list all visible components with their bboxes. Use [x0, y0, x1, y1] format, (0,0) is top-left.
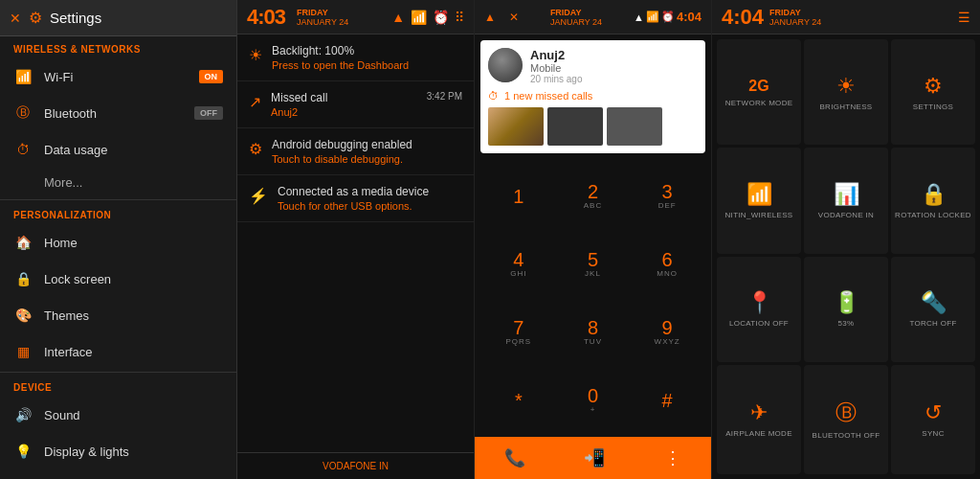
- brightness-label: BRIGHTNESS: [819, 103, 872, 111]
- notif-missed-time: 3:42 PM: [427, 91, 462, 102]
- clock-icon: ⏰: [433, 10, 449, 25]
- dialer-key-9[interactable]: 9 WXYZ: [631, 299, 703, 365]
- themes-label: Themes: [44, 308, 223, 323]
- device-section-header: DEVICE: [0, 375, 236, 397]
- wifi-toggle[interactable]: ON: [199, 70, 224, 83]
- quick-tile-airplane[interactable]: ✈ AIRPLANE MODE: [717, 365, 801, 474]
- quick-tile-network[interactable]: 2G NETWORK MODE: [717, 39, 801, 145]
- sidebar-item-wifi[interactable]: 📶 Wi-Fi ON: [0, 58, 236, 95]
- signal-icon: ▲: [391, 10, 405, 25]
- quick-tile-location[interactable]: 📍 LOCATION OFF: [717, 257, 801, 362]
- sidebar-item-display[interactable]: 💡 Display & lights: [0, 433, 236, 469]
- quick-tile-wifi[interactable]: 📶 NITIN_WIRELESS: [717, 148, 801, 253]
- sidebar-item-bluetooth[interactable]: Ⓑ Bluetooth OFF: [0, 95, 236, 131]
- torch-label: TORCH OFF: [909, 319, 956, 328]
- photo-darker: [607, 107, 662, 146]
- battery-label: 53%: [838, 319, 855, 328]
- quick-date-block: FRIDAY JANUARY 24: [769, 8, 821, 27]
- sidebar-item-interface[interactable]: ▦ Interface: [0, 333, 236, 370]
- quick-date: JANUARY 24: [769, 17, 821, 27]
- phone-close-icon[interactable]: ✕: [509, 11, 519, 24]
- notif-backlight-title: Backlight: 100%: [272, 44, 462, 57]
- usb-icon: ⚡: [249, 187, 268, 205]
- bt-tile-icon: Ⓑ: [835, 399, 857, 427]
- dialer-key-7[interactable]: 7 PQRS: [482, 299, 555, 365]
- settings-gear-icon: ⚙: [29, 9, 42, 27]
- notif-debug-subtitle: Touch to disable debugging.: [272, 153, 462, 165]
- wifi-tile-label: NITIN_WIRELESS: [725, 211, 793, 219]
- sidebar-item-themes[interactable]: 🎨 Themes: [0, 297, 236, 333]
- voicemail-icon[interactable]: 📞: [504, 447, 525, 468]
- notif-usb-subtitle: Touch for other USB options.: [278, 200, 462, 212]
- notifications-panel: 4:03 FRIDAY JANUARY 24 ▲ 📶 ⏰ ⠿ ☀ Backlig…: [237, 0, 475, 479]
- notif-usb-title: Connected as a media device: [278, 185, 462, 198]
- quick-tile-sync[interactable]: ↺ SYNC: [891, 365, 975, 474]
- bluetooth-icon: Ⓑ: [13, 103, 33, 123]
- dialer-key-4[interactable]: 4 GHI: [482, 231, 555, 297]
- section-divider: [0, 199, 236, 200]
- quick-tile-rotation[interactable]: 🔒 ROTATION LOCKED: [891, 148, 975, 253]
- phone-clock-icon: ⏰: [661, 11, 675, 23]
- grid-icon: ⠿: [455, 10, 464, 25]
- quick-day: FRIDAY: [769, 8, 821, 17]
- rotation-icon: 🔒: [921, 182, 947, 207]
- phone-panel: ▲ ✕ FRIDAY JANUARY 24 ▲ 📶 ⏰ 4:04 Anuj2 M…: [475, 0, 712, 479]
- mobile-data-label: VODAFONE IN: [818, 211, 874, 219]
- call-icon[interactable]: 📲: [584, 447, 605, 468]
- dialer-grid: 1 2 ABC 3 DEF 4 GHI 5 JKL 6 MNO 7 PQRS 8: [475, 159, 711, 437]
- phone-signal-icon: ▲: [634, 11, 644, 23]
- notif-item-missed-call[interactable]: ↗ Missed call Anuj2 3:42 PM: [237, 81, 474, 128]
- rotation-label: ROTATION LOCKED: [895, 211, 971, 219]
- notif-missed-name: Anuj2: [271, 106, 417, 118]
- sound-icon: 🔊: [13, 405, 33, 424]
- interface-label: Interface: [44, 345, 223, 359]
- lock-icon: 🔒: [13, 269, 33, 288]
- sidebar-item-sound[interactable]: 🔊 Sound: [0, 397, 236, 433]
- dialer-action-bar: 📞 📲 ⋮: [475, 437, 711, 479]
- wifi-tile-icon: 📶: [746, 182, 772, 207]
- quick-tile-bluetooth[interactable]: Ⓑ BLUETOOTH OFF: [804, 365, 888, 474]
- notif-debug-title: Android debugging enabled: [272, 138, 462, 151]
- dialer-key-0[interactable]: 0 +: [557, 367, 630, 433]
- wifi-icon: 📶: [13, 67, 33, 86]
- network-mode-label: NETWORK MODE: [725, 99, 793, 107]
- dialer-key-8[interactable]: 8 TUV: [557, 299, 630, 365]
- quick-tile-settings[interactable]: ⚙ SETTINGS: [891, 39, 975, 145]
- dialer-key-6[interactable]: 6 MNO: [631, 231, 703, 297]
- dialer-key-1[interactable]: 1: [482, 163, 555, 229]
- sidebar-item-more[interactable]: More...: [0, 168, 236, 197]
- home-icon: 🏠: [13, 233, 33, 252]
- bluetooth-toggle[interactable]: OFF: [194, 106, 223, 120]
- dialer-key-3[interactable]: 3 DEF: [631, 163, 703, 229]
- phone-minimize-icon[interactable]: ▲: [484, 11, 496, 24]
- wifi-label: Wi-Fi: [44, 70, 188, 84]
- backlight-icon: ☀: [249, 46, 262, 64]
- dialer-key-5[interactable]: 5 JKL: [557, 231, 630, 297]
- wireless-section-header: WIRELESS & NETWORKS: [0, 36, 236, 58]
- dialer-key-star[interactable]: *: [482, 367, 555, 433]
- more-options-icon[interactable]: ⋮: [664, 447, 681, 468]
- quick-settings-header: 4:04 FRIDAY JANUARY 24 ☰: [712, 0, 980, 34]
- dialer-key-hash[interactable]: #: [631, 367, 703, 433]
- quick-tile-brightness[interactable]: ☀ BRIGHTNESS: [804, 39, 888, 145]
- wifi-status-icon: 📶: [411, 10, 427, 25]
- display-icon: 💡: [13, 442, 33, 461]
- sidebar-item-lock-screen[interactable]: 🔒 Lock screen: [0, 261, 236, 297]
- notif-item-debug[interactable]: ⚙ Android debugging enabled Touch to dis…: [237, 128, 474, 175]
- mobile-data-icon: 📊: [834, 182, 859, 207]
- quick-tile-mobile-data[interactable]: 📊 VODAFONE IN: [804, 148, 888, 253]
- quick-tile-torch[interactable]: 🔦 TORCH OFF: [891, 257, 975, 362]
- notif-item-backlight[interactable]: ☀ Backlight: 100% Press to open the Dash…: [237, 34, 474, 81]
- settings-close-icon[interactable]: ✕: [10, 11, 21, 26]
- quick-status-icons: ☰: [958, 10, 970, 25]
- missed-calls-indicator: ⏱ 1 new missed calls: [488, 90, 698, 102]
- settings-tile-label: SETTINGS: [913, 103, 953, 111]
- sidebar-item-data-usage[interactable]: ⏱ Data usage: [0, 131, 236, 168]
- debug-icon: ⚙: [249, 140, 262, 158]
- notif-item-usb[interactable]: ⚡ Connected as a media device Touch for …: [237, 175, 474, 222]
- bt-tile-label: BLUETOOTH OFF: [813, 431, 880, 440]
- sidebar-item-home[interactable]: 🏠 Home: [0, 224, 236, 261]
- dialer-key-2[interactable]: 2 ABC: [557, 163, 630, 229]
- quick-tile-battery[interactable]: 🔋 53%: [804, 257, 888, 362]
- sound-label: Sound: [44, 408, 223, 422]
